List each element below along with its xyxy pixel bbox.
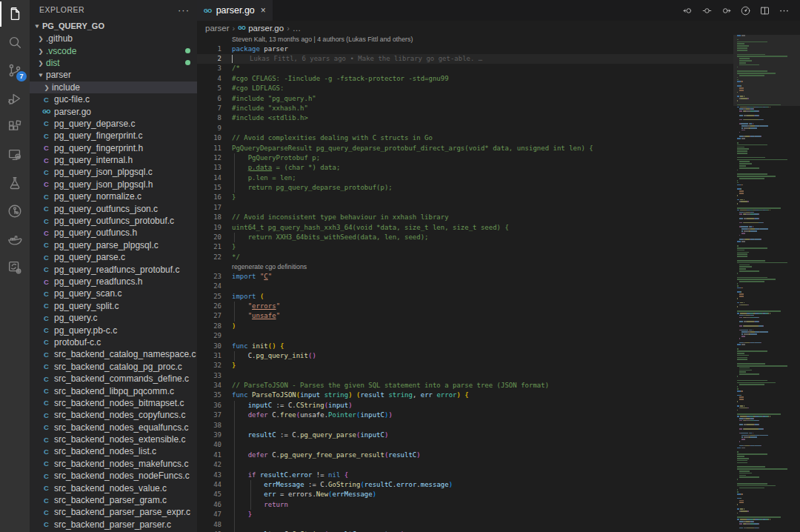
- code-line-17[interactable]: 17: [197, 203, 733, 213]
- code-line-26[interactable]: 26 "errors": [197, 302, 733, 311]
- code-line-32[interactable]: 32}: [197, 361, 733, 370]
- code-line-13[interactable]: 13 p.data = (char *) data;: [197, 163, 733, 173]
- code-line-38[interactable]: 38: [197, 421, 733, 430]
- tree-file-pg_query_fingerprint.c[interactable]: Cpg_query_fingerprint.c: [30, 130, 197, 142]
- code-line-31[interactable]: 31 C.pg_query_init(): [197, 351, 733, 361]
- tree-file-pg_query.pb-c.c[interactable]: Cpg_query.pb-c.c: [30, 324, 197, 336]
- code-line-43[interactable]: 43 if resultC.error != nil {: [197, 471, 733, 480]
- tree-file-src_backend_nodes_bitmapset.c[interactable]: Csrc_backend_nodes_bitmapset.c: [30, 397, 197, 409]
- tree-file-pg_query_scan.c[interactable]: Cpg_query_scan.c: [30, 287, 197, 299]
- tree-file-pg_query_normalize.c[interactable]: Cpg_query_normalize.c: [30, 190, 197, 202]
- code-line-12[interactable]: 12 PgQueryProtobuf p;: [197, 153, 733, 163]
- code-line-21[interactable]: 21}: [197, 242, 733, 252]
- tree-folder-.github[interactable]: ❯.github: [30, 33, 197, 44]
- code-line-20[interactable]: 20 return XXH3_64bits_withSeed(data, len…: [197, 233, 733, 242]
- code-line-42[interactable]: 42: [197, 460, 733, 470]
- code-line-48[interactable]: 48: [197, 520, 733, 530]
- activity-container-tools-icon[interactable]: [0, 253, 30, 282]
- code-line-1[interactable]: 1package parser: [197, 44, 733, 54]
- tree-file-src_backend_parser_parse_expr.c[interactable]: Csrc_backend_parser_parse_expr.c: [30, 506, 197, 518]
- tree-file-pg_query_deparse.c[interactable]: Cpg_query_deparse.c: [30, 118, 197, 130]
- tree-file-protobuf-c.c[interactable]: Cprotobuf-c.c: [30, 336, 197, 348]
- code-line-41[interactable]: 41 defer C.pg_query_free_parse_result(re…: [197, 450, 733, 460]
- tree-file-pg_query_internal.h[interactable]: Cpg_query_internal.h: [30, 154, 197, 166]
- code-line-16[interactable]: 16}: [197, 193, 733, 202]
- open-changes-icon[interactable]: [701, 5, 713, 16]
- tree-file-pg_query_outfuncs.h[interactable]: Cpg_query_outfuncs.h: [30, 227, 197, 239]
- code-line-14[interactable]: 14 p.len = len;: [197, 173, 733, 183]
- code-line-40[interactable]: 40: [197, 440, 733, 450]
- code-line-28[interactable]: 28): [197, 322, 733, 331]
- next-change-icon[interactable]: [721, 5, 732, 16]
- code-line-35[interactable]: 35func ParseToJSON(input string) (result…: [197, 390, 733, 400]
- explorer-more-actions-icon[interactable]: ···: [178, 4, 190, 16]
- code-line-29[interactable]: 29: [197, 331, 733, 341]
- activity-explorer-icon[interactable]: [0, 0, 30, 28]
- tree-file-src_backend_nodes_list.c[interactable]: Csrc_backend_nodes_list.c: [30, 445, 197, 457]
- activity-git-graph-icon[interactable]: [0, 197, 30, 225]
- close-tab-icon[interactable]: ×: [259, 5, 266, 16]
- code-line-23[interactable]: 23import "C": [197, 272, 733, 282]
- tree-file-src_backend_nodes_nodeFuncs.c[interactable]: Csrc_backend_nodes_nodeFuncs.c: [30, 470, 197, 482]
- tree-folder-include[interactable]: ❯include: [30, 82, 197, 93]
- tree-file-src_backend_nodes_value.c[interactable]: Csrc_backend_nodes_value.c: [30, 482, 197, 493]
- tree-file-src_backend_parser_parser.c[interactable]: Csrc_backend_parser_parser.c: [30, 519, 197, 531]
- tree-file-src_backend_nodes_makefuncs.c[interactable]: Csrc_backend_nodes_makefuncs.c: [30, 458, 197, 470]
- tree-file-pg_query_fingerprint.h[interactable]: Cpg_query_fingerprint.h: [30, 142, 197, 154]
- tree-file-src_backend_catalog_namespace.c[interactable]: Csrc_backend_catalog_namespace.c: [30, 348, 197, 360]
- split-editor-icon[interactable]: [759, 5, 770, 16]
- code-line-3[interactable]: 3/*: [197, 64, 733, 73]
- activity-extensions-icon[interactable]: [0, 113, 30, 141]
- tree-file-src_backend_nodes_equalfuncs.c[interactable]: Csrc_backend_nodes_equalfuncs.c: [30, 422, 197, 433]
- code-line-25[interactable]: 25import (: [197, 292, 733, 302]
- tree-folder-parser[interactable]: ▼parser: [30, 69, 197, 81]
- code-line-10[interactable]: 10// Avoid complexities dealing with C s…: [197, 133, 733, 143]
- code-line-36[interactable]: 36 inputC := C.CString(input): [197, 401, 733, 410]
- code-line-44[interactable]: 44 errMessage := C.GoString(resultC.erro…: [197, 480, 733, 490]
- tree-file-pg_query_json_plpgsql.h[interactable]: Cpg_query_json_plpgsql.h: [30, 179, 197, 190]
- tree-folder-dist[interactable]: ❯dist: [30, 57, 197, 69]
- tree-file-pg_query_split.c[interactable]: Cpg_query_split.c: [30, 300, 197, 312]
- tree-file-parser.go[interactable]: GOparser.go: [30, 105, 197, 117]
- code-line-46[interactable]: 46 return: [197, 500, 733, 510]
- code-line-39[interactable]: 39 resultC := C.pg_query_parse(inputC): [197, 430, 733, 440]
- tree-file-src_backend_parser_gram.c[interactable]: Csrc_backend_parser_gram.c: [30, 494, 197, 506]
- activity-search-icon[interactable]: [0, 28, 30, 56]
- tree-file-pg_query_parse_plpgsql.c[interactable]: Cpg_query_parse_plpgsql.c: [30, 239, 197, 251]
- tree-file-pg_query_parse.c[interactable]: Cpg_query_parse.c: [30, 251, 197, 263]
- code-line-47[interactable]: 47 }: [197, 510, 733, 519]
- explorer-root-folder[interactable]: ▼ PG_QUERY_GO: [30, 19, 197, 33]
- tree-file-pg_query_json_plpgsql.c[interactable]: Cpg_query_json_plpgsql.c: [30, 166, 197, 178]
- gitlens-file-history-icon[interactable]: [740, 5, 751, 16]
- code-line-9[interactable]: 9: [197, 124, 733, 133]
- previous-change-icon[interactable]: [682, 5, 693, 16]
- code-line-22[interactable]: 22*/: [197, 253, 733, 262]
- code-line-34[interactable]: 34// ParseToJSON - Parses the given SQL …: [197, 381, 733, 390]
- tree-file-pg_query_outfuncs_protobuf.c[interactable]: Cpg_query_outfuncs_protobuf.c: [30, 215, 197, 227]
- code-line-8[interactable]: 8#include <stdlib.h>: [197, 113, 733, 123]
- activity-run-debug-icon[interactable]: [0, 84, 30, 113]
- tree-file-pg_query_outfuncs_json.c[interactable]: Cpg_query_outfuncs_json.c: [30, 202, 197, 214]
- code-line-30[interactable]: 30func init() {: [197, 342, 733, 351]
- tree-file-src_backend_catalog_pg_proc.c[interactable]: Csrc_backend_catalog_pg_proc.c: [30, 361, 197, 373]
- activity-testing-icon[interactable]: [0, 169, 30, 197]
- tree-folder-.vscode[interactable]: ❯.vscode: [30, 44, 197, 56]
- tree-file-src_backend_nodes_extensible.c[interactable]: Csrc_backend_nodes_extensible.c: [30, 433, 197, 445]
- breadcrumb-folder[interactable]: parser: [205, 24, 230, 33]
- tree-file-pg_query_readfuncs.h[interactable]: Cpg_query_readfuncs.h: [30, 276, 197, 287]
- tree-file-src_backend_commands_define.c[interactable]: Csrc_backend_commands_define.c: [30, 373, 197, 385]
- tree-file-src_backend_nodes_copyfuncs.c[interactable]: Csrc_backend_nodes_copyfuncs.c: [30, 409, 197, 421]
- code-line-27[interactable]: 27 "unsafe": [197, 311, 733, 321]
- code-line-5[interactable]: 5#cgo LDFLAGS:: [197, 84, 733, 93]
- tab-parser-go[interactable]: GO parser.go ×: [197, 0, 273, 21]
- minimap[interactable]: [733, 35, 800, 532]
- code-line-19[interactable]: 19uint64_t pg_query_hash_xxh3_64(void *d…: [197, 223, 733, 233]
- breadcrumb-symbol[interactable]: …: [293, 24, 301, 33]
- activity-docker-icon[interactable]: [0, 225, 30, 253]
- tree-file-src_backend_libpq_pqcomm.c[interactable]: Csrc_backend_libpq_pqcomm.c: [30, 385, 197, 396]
- code-line-2[interactable]: 2Lukas Fittl, 6 years ago • Make the lib…: [197, 54, 733, 64]
- more-actions-icon[interactable]: [779, 5, 790, 16]
- code-line-15[interactable]: 15 return pg_query_deparse_protobuf(p);: [197, 183, 733, 193]
- code-line-11[interactable]: 11PgQueryDeparseResult pg_query_deparse_…: [197, 144, 733, 153]
- code-line-18[interactable]: 18// Avoid inconsistent type behaviour i…: [197, 213, 733, 222]
